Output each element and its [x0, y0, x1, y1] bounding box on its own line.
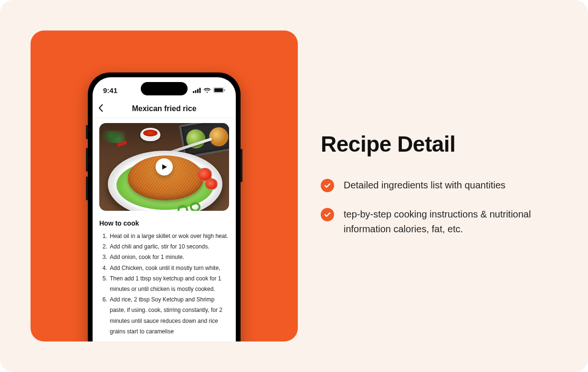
check-icon: [321, 179, 334, 192]
phone-side-button: [86, 176, 88, 200]
svg-rect-1: [195, 90, 197, 93]
battery-icon: [213, 87, 225, 93]
wifi-icon: [203, 88, 211, 93]
play-icon: [162, 164, 168, 170]
play-button[interactable]: [156, 158, 173, 176]
feature-item: Detailed ingredients list with quantitie…: [321, 178, 557, 193]
step-item: Add chili and garlic, stir for 10 second…: [109, 241, 229, 252]
app-header: Mexican fried rice: [93, 99, 236, 118]
svg-rect-3: [200, 88, 201, 93]
page-title: Mexican fried rice: [132, 104, 196, 113]
chevron-left-icon: [98, 104, 103, 112]
info-title: Recipe Detail: [321, 131, 557, 157]
svg-rect-5: [214, 88, 223, 92]
phone-screen: 9:41 Mexican fried rice: [93, 77, 236, 341]
phone-side-button: [86, 125, 88, 139]
step-item: Add onion, cook for 1 minute.: [109, 252, 229, 262]
hero-pepper: [190, 202, 200, 211]
step-item: Add Chicken, cook until it mostly turn w…: [109, 263, 229, 273]
phone-side-button: [86, 148, 88, 172]
status-indicators: [193, 87, 225, 93]
feature-item: tep-by-step cooking instructions & nutri…: [321, 207, 557, 237]
back-button[interactable]: [98, 104, 103, 113]
phone-frame: 9:41 Mexican fried rice: [88, 72, 241, 341]
svg-rect-0: [193, 91, 194, 93]
step-item: Heat oil in a large skillet or wok over …: [109, 231, 229, 241]
feature-text: Detailed ingredients list with quantitie…: [344, 178, 505, 193]
check-icon: [321, 208, 334, 221]
svg-rect-2: [197, 89, 199, 93]
dynamic-island: [141, 82, 188, 95]
hero-prop-sauce: [140, 128, 160, 141]
cellular-icon: [193, 88, 201, 93]
phone-side-button: [241, 149, 242, 182]
info-panel: Recipe Detail Detailed ingredients list …: [321, 122, 557, 251]
section-title-how-to-cook: How to cook: [99, 219, 229, 227]
recipe-hero-image[interactable]: [99, 123, 229, 211]
feature-text: tep-by-step cooking instructions & nutri…: [344, 207, 554, 237]
step-item: Add rice, 2 tbsp Soy Ketchup and Shrimp …: [109, 294, 229, 337]
step-item: Then add 1 tbsp soy ketchup and cook for…: [109, 273, 229, 294]
hero-prop-leaves: [102, 131, 125, 143]
hero-tomato: [205, 178, 218, 190]
showcase-canvas: 9:41 Mexican fried rice: [0, 0, 588, 372]
svg-rect-6: [224, 89, 225, 91]
cooking-steps-list: Heat oil in a large skillet or wok over …: [99, 231, 229, 337]
status-time: 9:41: [103, 86, 117, 94]
device-panel: 9:41 Mexican fried rice: [31, 31, 298, 341]
